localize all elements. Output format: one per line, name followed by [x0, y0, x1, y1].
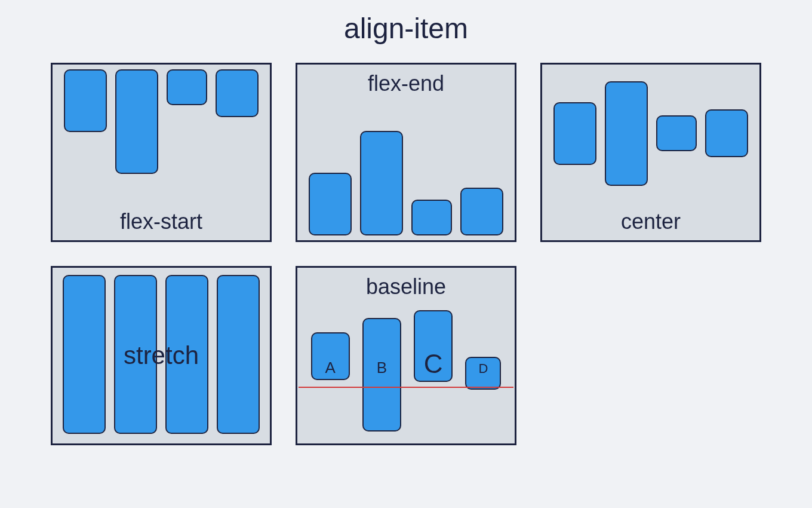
flex-item-box	[115, 69, 158, 174]
label-flex-start: flex-start	[53, 209, 270, 240]
flex-item-box	[656, 115, 697, 151]
center-area	[542, 65, 759, 202]
flex-item-box	[411, 200, 452, 235]
flex-item-box	[460, 188, 503, 235]
panel-flex-start: flex-start	[51, 63, 272, 242]
panel-flex-end: flex-end	[296, 63, 516, 242]
flex-end-area	[297, 109, 515, 240]
flex-item-box: B	[362, 318, 401, 432]
page-title: align-item	[36, 12, 776, 45]
flex-item-box: D	[465, 357, 501, 390]
baseline-letter: A	[325, 360, 335, 375]
panel-center: center	[540, 63, 761, 242]
flex-item-box	[553, 102, 596, 165]
flex-start-area	[53, 65, 270, 196]
diagram-grid: flex-start flex-end center stretch basel…	[36, 63, 776, 445]
label-center: center	[542, 209, 759, 240]
baseline-letter: B	[377, 360, 387, 375]
flex-item-box: C	[414, 310, 453, 382]
flex-item-box	[605, 81, 648, 186]
flex-item-box	[360, 131, 403, 235]
flex-item-box	[64, 69, 107, 132]
panel-stretch: stretch	[51, 266, 272, 445]
flex-item-box	[309, 173, 352, 235]
baseline-letter: C	[424, 351, 443, 377]
flex-item-box: A	[311, 332, 350, 380]
flex-item-box	[705, 109, 748, 157]
baseline-indicator-line	[299, 387, 513, 388]
label-stretch: stretch	[53, 341, 270, 371]
flex-item-box	[216, 69, 259, 117]
label-baseline: baseline	[297, 274, 515, 299]
panel-baseline: baseline ABCD	[296, 266, 516, 445]
baseline-letter: D	[478, 362, 488, 375]
baseline-area: ABCD	[297, 305, 515, 443]
label-flex-end: flex-end	[297, 71, 515, 96]
flex-item-box	[167, 69, 207, 105]
